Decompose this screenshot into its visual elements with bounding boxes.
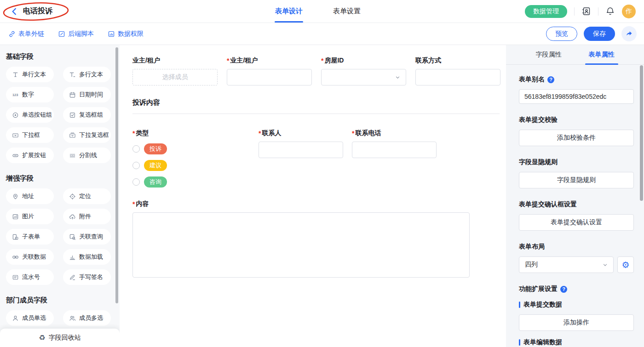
palette-item-image[interactable]: 图片 (6, 209, 54, 224)
field-content[interactable]: *内容 (132, 199, 506, 279)
chevron-down-icon (395, 74, 401, 80)
field-owner-picker[interactable]: 业主/租户 选择成员 (132, 56, 218, 85)
radio-circle[interactable] (132, 162, 140, 169)
toolbar-links: 表单外链 后端脚本 数据权限 (8, 23, 144, 45)
layout-gear-button[interactable]: ⚙ (617, 256, 634, 273)
palette-item-radio-group[interactable]: 单选按钮组 (6, 107, 54, 123)
radio-option-suggestion[interactable]: 建议 (132, 160, 259, 171)
multi-select-icon (69, 132, 76, 139)
palette-item-select[interactable]: 下拉框 (6, 127, 54, 143)
radio-circle[interactable] (132, 178, 140, 186)
link-icon (8, 30, 16, 38)
help-icon[interactable]: ? (560, 286, 567, 293)
palette-item-datetime[interactable]: 日期时间 (63, 87, 111, 102)
palette-item-member-multi[interactable]: 成员多选 (63, 310, 111, 326)
palette-item-number[interactable]: 数字 (6, 87, 54, 102)
section-complaint-content[interactable]: 投诉内容 (132, 98, 500, 114)
radio-option-consult[interactable]: 咨询 (132, 176, 259, 188)
section-title-enhanced-fields: 增强字段 (6, 174, 120, 183)
top-header: 电话投诉 表单设计 表单设置 数据管理 作 (0, 0, 644, 23)
form-external-link[interactable]: 表单外链 (8, 30, 44, 38)
field-contact-way[interactable]: 联系方式 (415, 56, 500, 85)
pen-icon (69, 274, 76, 281)
bar-chart-icon (69, 254, 76, 261)
divider (574, 7, 575, 16)
tab-field-properties[interactable]: 字段属性 (536, 45, 562, 64)
house-id-select[interactable] (321, 69, 406, 85)
palette-item-signature[interactable]: 手写签名 (63, 269, 111, 285)
help-icon[interactable]: ? (547, 76, 554, 83)
section-divider (132, 114, 500, 114)
notification-bell-icon[interactable] (605, 6, 615, 16)
basic-fields-grid: 单行文本 多行文本 数字 日期时间 单选按钮组 复选框组 下拉框 下拉复选框 扩… (6, 67, 120, 163)
field-owner-text[interactable]: *业主/租户 (227, 56, 312, 85)
palette-item-single-line-text[interactable]: 单行文本 (6, 67, 54, 82)
user-avatar[interactable]: 作 (622, 5, 636, 18)
data-permission-link[interactable]: 数据权限 (108, 30, 144, 38)
save-button[interactable]: 保存 (584, 27, 615, 41)
field-contact-phone[interactable]: *联系电话 (352, 129, 437, 188)
submit-confirm-button[interactable]: 表单提交确认设置 (519, 214, 634, 231)
submit-data-group: 表单提交数据 添加操作 (519, 301, 634, 331)
add-action-submit-button[interactable]: 添加操作 (519, 314, 634, 331)
share-arrow-icon (625, 30, 633, 38)
palette-item-location[interactable]: 定位 (63, 188, 111, 204)
palette-item-address[interactable]: 地址 (6, 188, 54, 204)
tag-suggestion: 建议 (144, 160, 167, 171)
layout-select[interactable]: 四列 (519, 256, 614, 273)
edit-data-group: 表单编辑数据 添加操作 (519, 338, 634, 347)
palette-item-related-data[interactable]: 关联数据 (6, 249, 54, 265)
owner-input[interactable] (227, 69, 312, 85)
tab-form-design[interactable]: 表单设计 (275, 0, 303, 23)
back-title-group[interactable]: 电话投诉 (10, 0, 52, 23)
address-book-icon[interactable] (581, 6, 591, 16)
sidebar-scrollbar[interactable] (115, 47, 118, 303)
member-picker-placeholder: 选择成员 (162, 73, 188, 81)
single-line-text-icon (12, 71, 19, 78)
palette-item-divider[interactable]: 分割线 (63, 148, 111, 163)
contact-way-input[interactable] (415, 69, 500, 85)
chevron-down-icon (602, 262, 608, 268)
form-canvas[interactable]: 业主/租户 选择成员 *业主/租户 *房屋ID 联系方式 (120, 45, 506, 347)
palette-item-multi-line-text[interactable]: 多行文本 (63, 67, 111, 82)
field-visibility-button[interactable]: 字段显隐规则 (519, 172, 634, 188)
field-visibility-section: 字段显隐规则 字段显隐规则 (519, 158, 634, 188)
checkbox-icon (69, 112, 76, 119)
field-recycle-bin[interactable]: ♻ 字段回收站 (0, 329, 120, 347)
properties-panel: 字段属性 表单属性 表单别名 ? 表单提交校验 添加校验条件 字段显隐规则 (506, 45, 644, 347)
backend-script-link[interactable]: 后端脚本 (58, 30, 94, 38)
content-textarea[interactable] (132, 212, 470, 278)
form-designer-app: 电话投诉 表单设计 表单设置 数据管理 作 表单外链 (0, 0, 644, 347)
divider (598, 7, 598, 16)
radio-option-complaint[interactable]: 投诉 (132, 143, 259, 154)
tab-form-properties[interactable]: 表单属性 (589, 45, 615, 64)
contact-phone-input[interactable] (352, 142, 437, 158)
field-house-id[interactable]: *房屋ID (321, 56, 406, 85)
field-contact-name[interactable]: *联系人 (259, 129, 343, 188)
script-icon (58, 30, 65, 38)
subform-icon (12, 233, 19, 240)
field-type-radio-group[interactable]: *类型 投诉 建议 咨询 (132, 129, 259, 188)
share-button[interactable] (621, 26, 637, 41)
palette-item-member-single[interactable]: 成员单选 (6, 310, 54, 326)
palette-item-multi-select[interactable]: 下拉复选框 (63, 127, 111, 143)
palette-item-checkbox-group[interactable]: 复选框组 (63, 107, 111, 123)
member-picker-box[interactable]: 选择成员 (132, 69, 218, 85)
preview-button[interactable]: 预览 (546, 27, 577, 41)
panel-scrollbar[interactable] (640, 65, 643, 201)
back-icon[interactable] (10, 7, 18, 16)
contact-name-input[interactable] (259, 142, 343, 158)
palette-item-extend-button[interactable]: 扩展按钮 (6, 148, 54, 163)
tab-form-settings[interactable]: 表单设置 (333, 0, 361, 23)
radio-circle[interactable] (132, 145, 140, 153)
form-alias-input[interactable] (519, 89, 634, 104)
palette-item-data-load[interactable]: 数据加载 (63, 249, 111, 265)
palette-item-serial-number[interactable]: 流水号 (6, 269, 54, 285)
field-palette-sidebar: 基础字段 单行文本 多行文本 数字 日期时间 单选按钮组 复选框组 下拉框 下拉… (0, 45, 120, 347)
panel-body: 表单别名 ? 表单提交校验 添加校验条件 字段显隐规则 字段显隐规则 表单提交确… (506, 65, 644, 347)
data-manage-button[interactable]: 数据管理 (525, 5, 567, 18)
add-validation-button[interactable]: 添加校验条件 (519, 130, 634, 146)
palette-item-related-query[interactable]: 关联查询 (63, 229, 111, 245)
palette-item-subform[interactable]: 子表单 (6, 229, 54, 245)
palette-item-attachment[interactable]: 附件 (63, 209, 111, 224)
